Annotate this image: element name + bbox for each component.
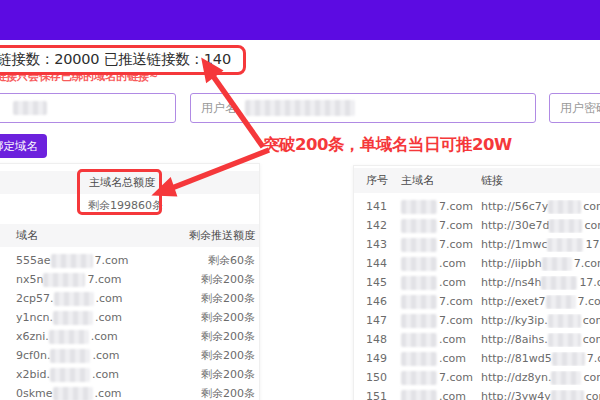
censored-link [548,200,581,214]
censored-link [547,238,583,252]
censored-domain [401,200,437,214]
censored-link [546,295,576,309]
table-row[interactable]: 1417.comhttp://56c7ycom/jyz5 [354,197,600,216]
table-row[interactable]: y1ncn..com剩余200条 [0,308,259,327]
quota-value: 剩余200条 [201,310,255,325]
censored-value [13,101,47,115]
table-row[interactable]: x2bid..com剩余200条 [0,365,259,384]
table-row[interactable]: 149.comhttp://81wd57.com/0mo [354,349,600,368]
censored-domain [401,276,437,290]
censored-domain [401,333,437,347]
link-counter-text: 链接数：20000 已推送链接数：140 [0,50,231,69]
link-counter-highlight-box: 链接数：20000 已推送链接数：140 [0,45,246,75]
username-field[interactable]: 用户名 [190,93,536,123]
censored-domain [50,349,90,363]
table-row[interactable]: nx5n7.com剩余200条 [0,270,259,289]
censored-domain [51,254,93,268]
censored-domain [401,314,437,328]
quota-highlight-box [77,169,162,215]
quota-value: 剩余200条 [201,367,255,382]
index-column-header: 序号 [354,173,401,188]
domains-table-body: 555ae7.com剩余60条 nx5n7.com剩余200条 2cp57..c… [0,251,259,400]
quota-value: 剩余200条 [201,348,255,363]
table-row[interactable]: 1507.comhttp://dz8yn.com/1fft/4 [354,368,600,387]
red-annotation-text: 突破200条，单域名当日可推20W [263,134,512,156]
censored-domain [401,295,437,309]
censored-link [541,276,577,290]
table-row[interactable]: 151.comhttp://3yw4ycom/zx47 [354,387,600,400]
maindomain-column-header: 主域名 [401,173,481,188]
table-row[interactable]: 555ae7.com剩余60条 [0,251,259,270]
censored-link [551,390,584,400]
censored-link [542,257,572,271]
censored-link [552,352,585,366]
links-table-body: 1417.comhttp://56c7ycom/jyz5 1427.comhtt… [354,197,600,400]
page-root: 链接数：20000 已推送链接数：140 链接只会保存已绑的域名的链接~ 用户名… [0,0,600,400]
quota-value: 剩余200条 [201,272,255,287]
censored-domain [401,257,437,271]
domains-table-header: 域名 剩余推送额度 [0,224,259,247]
censored-domain [49,330,89,344]
link-input-field[interactable] [0,93,176,123]
table-row[interactable]: 145.comhttp://ns4h17.com/fd3b [354,273,600,292]
quota-value: 剩余60条 [208,253,255,268]
top-navbar [0,0,600,40]
link-column-header: 链接 [481,173,600,188]
censored-domain [401,238,437,252]
censored-link [549,219,582,233]
quota-value: 剩余200条 [201,329,255,344]
quota-value: 剩余200条 [201,291,255,306]
table-row[interactable]: 1437.comhttp://1mwc17.com/y5d [354,235,600,254]
table-row[interactable]: 1477.comhttp://ky3ip.com/5way [354,311,600,330]
censored-domain [50,368,90,382]
domain-column-header: 域名 [16,228,38,243]
censored-username-value [245,100,355,116]
quota-value: 剩余200条 [201,386,255,400]
password-label: 用户密码 [560,100,600,117]
quota-column-header: 剩余推送额度 [189,228,255,243]
censored-domain [401,352,437,366]
censored-domain [53,387,93,400]
table-row[interactable]: 0skme.com剩余200条 [0,384,259,400]
censored-link [548,314,581,328]
table-row[interactable]: 1427.comhttp://30e7dcom/x8ki [354,216,600,235]
censored-domain [401,390,437,400]
table-row[interactable]: 1467.comhttp://exet77.com/yy3y [354,292,600,311]
table-row[interactable]: 9cf0n..com剩余200条 [0,346,259,365]
censored-link [548,333,581,347]
pushed-links-panel: 序号 主域名 链接 1417.comhttp://56c7ycom/jyz5 1… [353,165,600,400]
table-row[interactable]: 144.comhttp://iipbh7.com/mfms [354,254,600,273]
censored-domain [401,371,437,385]
censored-domain [53,311,93,325]
censored-domain [54,292,94,306]
table-row[interactable]: 2cp57..com剩余200条 [0,289,259,308]
table-row[interactable]: 148.comhttp://8aihs.com/a2wb [354,330,600,349]
bind-domain-button[interactable]: 绑定域名 [0,134,47,158]
censored-link [551,371,581,385]
censored-domain [43,273,85,287]
table-row[interactable]: x6zni..com剩余200条 [0,327,259,346]
censored-domain [401,219,437,233]
links-table-header: 序号 主域名 链接 [354,168,600,193]
password-field[interactable]: 用户密码 [549,93,600,123]
username-label: 用户名 [201,100,237,117]
